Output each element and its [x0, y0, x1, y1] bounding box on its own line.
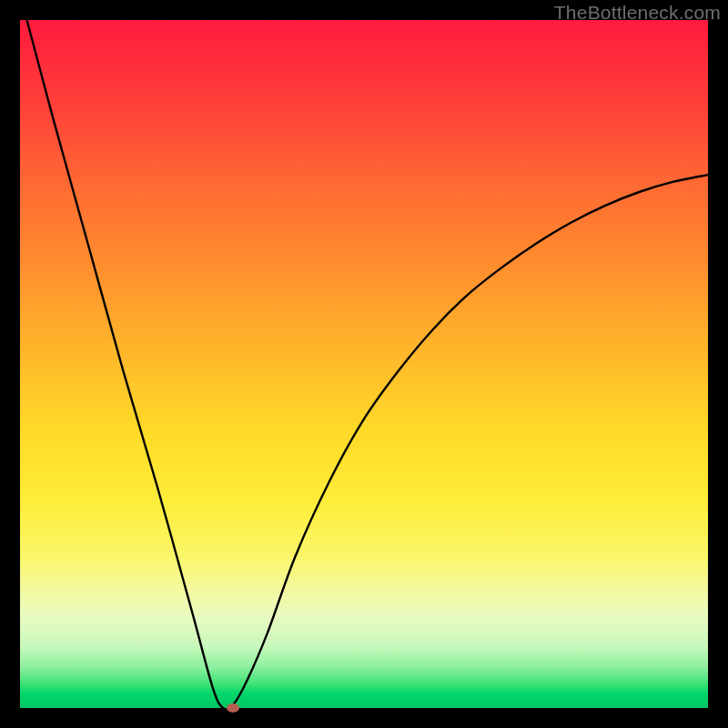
minimum-marker	[227, 703, 239, 713]
curve-svg	[20, 20, 708, 708]
watermark-text: TheBottleneck.com	[554, 2, 721, 24]
bottleneck-curve-path	[27, 20, 708, 710]
chart-frame: TheBottleneck.com	[0, 0, 728, 728]
plot-area	[20, 20, 708, 708]
